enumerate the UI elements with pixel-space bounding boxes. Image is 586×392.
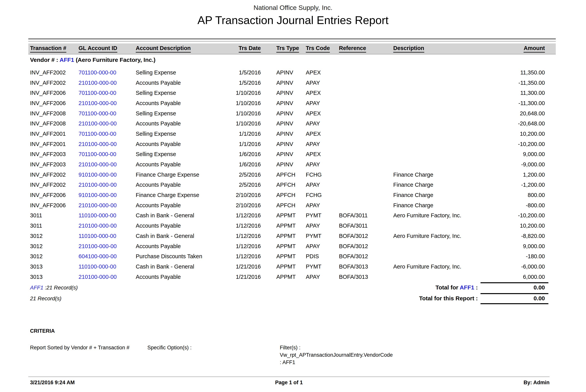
cell-amount: -180.00 xyxy=(477,253,545,260)
cell-gl-account-link[interactable]: 701100-000-00 xyxy=(78,110,136,117)
table-row: INV_AFF2008 701100-000-00 Selling Expens… xyxy=(28,108,556,119)
cell-account-description: Selling Expense xyxy=(136,110,226,117)
cell-reference: BOFA/3012 xyxy=(339,243,393,250)
cell-gl-account-link[interactable]: 210100-000-00 xyxy=(78,120,136,127)
cell-gl-account-link[interactable]: 110100-000-00 xyxy=(78,233,136,239)
footer-page-number: Page 1 of 1 xyxy=(28,380,550,386)
cell-account-description: Accounts Payable xyxy=(136,120,226,127)
table-row: INV_AFF2001 701100-000-00 Selling Expens… xyxy=(28,129,556,139)
criteria-specific-options-label: Specific Option(s) : xyxy=(147,345,192,351)
report-page: National Office Supply, Inc. AP Transact… xyxy=(0,0,586,392)
cell-transaction: INV_AFF2006 xyxy=(28,192,78,198)
vendor-code-link[interactable]: AFF1 xyxy=(60,56,74,63)
cell-amount: -11,300.00 xyxy=(477,100,545,106)
cell-gl-account-link[interactable]: 210100-000-00 xyxy=(78,100,136,106)
table-row: 3012 604100-000-00 Purchase Discounts Ta… xyxy=(28,251,556,262)
cell-amount: -10,200.00 xyxy=(477,141,545,147)
cell-account-description: Selling Expense xyxy=(136,131,226,137)
cell-gl-account-link[interactable]: 110100-000-00 xyxy=(78,264,136,270)
cell-trs-type: APINV xyxy=(261,131,306,137)
cell-account-description: Accounts Payable xyxy=(136,202,226,208)
cell-trs-type: APINV xyxy=(261,70,306,76)
report-record-count: 21 Record(s) xyxy=(30,296,62,302)
cell-trs-type: APFCH xyxy=(261,182,306,188)
title-divider-thick xyxy=(28,38,556,40)
cell-trs-code: PYMT xyxy=(306,264,339,270)
cell-reference: BOFA/3013 xyxy=(339,264,393,270)
cell-reference: BOFA/3012 xyxy=(339,233,393,239)
table-row: INV_AFF2003 210100-000-00 Accounts Payab… xyxy=(28,159,556,170)
table-row: INV_AFF2006 210100-000-00 Accounts Payab… xyxy=(28,98,556,108)
cell-amount: -10,200.00 xyxy=(477,212,545,219)
vendor-code-link[interactable]: AFF1 xyxy=(460,284,474,290)
cell-amount: 9,000.00 xyxy=(477,243,545,250)
cell-trs-type: APPMT xyxy=(261,212,306,219)
cell-gl-account-link[interactable]: 701100-000-00 xyxy=(78,151,136,158)
cell-gl-account-link[interactable]: 210100-000-00 xyxy=(78,274,136,280)
cell-trs-date: 1/21/2016 xyxy=(226,264,261,270)
cell-gl-account-link[interactable]: 701100-000-00 xyxy=(78,131,136,137)
cell-trs-date: 1/5/2016 xyxy=(226,70,261,76)
cell-amount: 10,200.00 xyxy=(477,222,545,229)
cell-gl-account-link[interactable]: 910100-000-00 xyxy=(78,192,136,198)
header-amount: Amount xyxy=(477,45,545,52)
cell-trs-code: APEX xyxy=(306,131,339,137)
cell-trs-date: 2/10/2016 xyxy=(226,202,261,208)
vendor-summary-row: AFF1 :21 Record(s) Total for AFF1 : 0.00 xyxy=(0,284,586,292)
cell-gl-account-link[interactable]: 210100-000-00 xyxy=(78,243,136,250)
cell-gl-account-link[interactable]: 210100-000-00 xyxy=(78,202,136,208)
header-trs-type: Trs Type xyxy=(261,45,306,52)
header-trs-date: Trs Date xyxy=(226,45,261,52)
cell-account-description: Purchase Discounts Taken xyxy=(136,253,226,260)
cell-gl-account-link[interactable]: 701100-000-00 xyxy=(78,70,136,76)
cell-trs-code: PYMT xyxy=(306,233,339,239)
cell-gl-account-link[interactable]: 210100-000-00 xyxy=(78,141,136,147)
cell-trs-date: 1/10/2016 xyxy=(226,90,261,96)
table-row: 3013 110100-000-00 Cash in Bank - Genera… xyxy=(28,262,556,272)
cell-description: Finance Charge xyxy=(393,172,477,178)
table-row: 3013 210100-000-00 Accounts Payable 1/21… xyxy=(28,272,556,282)
cell-gl-account-link[interactable]: 110100-000-00 xyxy=(78,212,136,219)
cell-gl-account-link[interactable]: 210100-000-00 xyxy=(78,182,136,188)
cell-gl-account-link[interactable]: 210100-000-00 xyxy=(78,222,136,229)
cell-trs-date: 1/12/2016 xyxy=(226,212,261,219)
vendor-name: (Aero Furniture Factory, Inc.) xyxy=(76,56,156,63)
cell-trs-type: APFCH xyxy=(261,202,306,208)
criteria-filter-value: : AFF1 xyxy=(280,360,295,366)
footer-generated-by: By: Admin xyxy=(524,380,550,386)
vendor-code-link[interactable]: AFF1 xyxy=(30,284,43,290)
cell-trs-type: APINV xyxy=(261,110,306,117)
cell-amount: 800.00 xyxy=(477,192,545,198)
cell-transaction: 3013 xyxy=(28,264,78,270)
cell-trs-type: APINV xyxy=(261,100,306,106)
cell-amount: 20,648.00 xyxy=(477,110,545,117)
cell-gl-account-link[interactable]: 210100-000-00 xyxy=(78,80,136,86)
cell-gl-account-link[interactable]: 210100-000-00 xyxy=(78,161,136,168)
table-row: INV_AFF2003 701100-000-00 Selling Expens… xyxy=(28,149,556,160)
cell-trs-code: APAY xyxy=(306,222,339,229)
cell-gl-account-link[interactable]: 910100-000-00 xyxy=(78,172,136,178)
cell-trs-type: APINV xyxy=(261,120,306,127)
cell-trs-date: 1/10/2016 xyxy=(226,100,261,106)
cell-transaction: 3012 xyxy=(28,243,78,250)
vendor-total-value: 0.00 xyxy=(534,284,545,291)
report-total-label: Total for this Report : xyxy=(419,295,478,302)
cell-account-description: Selling Expense xyxy=(136,70,226,76)
cell-transaction: INV_AFF2003 xyxy=(28,151,78,158)
cell-trs-type: APINV xyxy=(261,90,306,96)
cell-transaction: INV_AFF2006 xyxy=(28,100,78,106)
cell-amount: 10,200.00 xyxy=(477,131,545,137)
cell-gl-account-link[interactable]: 701100-000-00 xyxy=(78,90,136,96)
cell-account-description: Accounts Payable xyxy=(136,100,226,106)
company-name: National Office Supply, Inc. xyxy=(0,4,586,12)
cell-amount: -11,350.00 xyxy=(477,80,545,86)
table-row: INV_AFF2001 210100-000-00 Accounts Payab… xyxy=(28,139,556,149)
cell-transaction: 3012 xyxy=(28,233,78,239)
table-row: INV_AFF2008 210100-000-00 Accounts Payab… xyxy=(28,118,556,129)
report-total-rule-top xyxy=(480,293,548,294)
cell-account-description: Selling Expense xyxy=(136,151,226,158)
cell-amount: -6,000.00 xyxy=(477,264,545,270)
vendor-label: Vendor # : xyxy=(30,56,58,63)
cell-gl-account-link[interactable]: 604100-000-00 xyxy=(78,253,136,260)
cell-trs-code: APAY xyxy=(306,120,339,127)
